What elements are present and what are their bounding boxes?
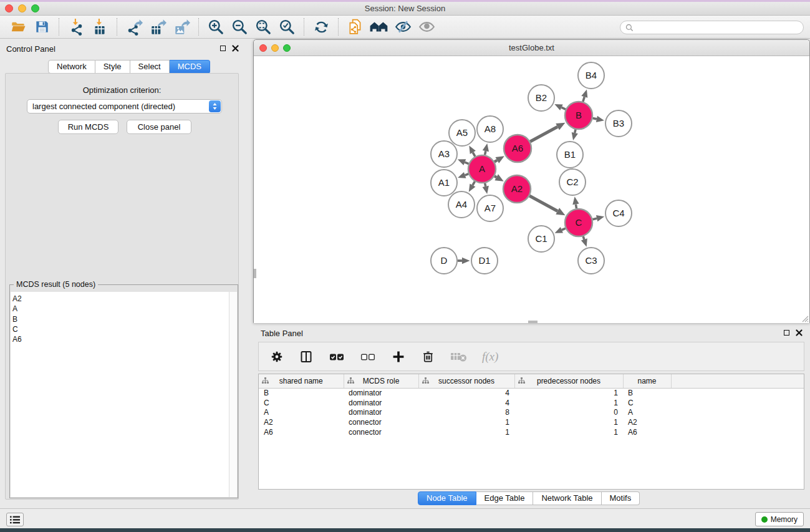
graph-edge-C-C2[interactable]	[576, 204, 576, 208]
table-cell[interactable]: 1	[418, 417, 514, 427]
maximize-window-button[interactable]	[31, 4, 39, 12]
table-cell[interactable]: 0	[514, 407, 623, 417]
hide-panels-button[interactable]	[391, 17, 415, 37]
tab-style[interactable]: Style	[95, 60, 130, 74]
graph-node-A1[interactable]: A1	[431, 170, 457, 196]
save-session-button[interactable]	[30, 17, 54, 37]
graph-node-A8[interactable]: A8	[477, 116, 503, 142]
tab-network-table[interactable]: Network Table	[533, 491, 601, 505]
tab-motifs[interactable]: Motifs	[602, 491, 640, 505]
graph-node-B1[interactable]: B1	[557, 142, 583, 168]
export-table-button[interactable]	[146, 17, 170, 37]
export-image-button[interactable]	[170, 17, 193, 37]
graph-edge-B-B2[interactable]	[561, 107, 566, 109]
run-mcds-button[interactable]: Run MCDS	[58, 120, 118, 134]
gear-icon[interactable]	[270, 350, 284, 364]
graph-edge-A-A2[interactable]	[494, 176, 496, 177]
result-item[interactable]: C	[12, 324, 229, 334]
close-panel-button[interactable]: Close panel	[127, 120, 191, 134]
table-cell[interactable]: 1	[514, 398, 623, 408]
table-cell[interactable]: 4	[418, 398, 514, 408]
graph-node-A5[interactable]: A5	[449, 120, 475, 146]
graph-edge-A2-C[interactable]	[529, 196, 557, 211]
table-cell[interactable]: connector	[344, 427, 418, 437]
graph-edge-C-C3[interactable]	[583, 236, 584, 239]
graph-node-D[interactable]: D	[431, 248, 457, 274]
table-cell[interactable]: C	[623, 398, 671, 408]
network-maximize-button[interactable]	[283, 44, 291, 52]
tab-edge-table[interactable]: Edge Table	[476, 491, 534, 505]
column-header-MCDS-role[interactable]: MCDS role	[344, 374, 418, 388]
select-all-icon[interactable]	[329, 349, 345, 364]
clone-network-button[interactable]	[344, 17, 367, 37]
column-header-shared-name[interactable]: shared name	[259, 374, 344, 388]
graph-node-B[interactable]: B	[565, 102, 592, 129]
graph-node-A3[interactable]: A3	[431, 141, 457, 167]
deselect-all-icon[interactable]	[360, 349, 376, 364]
add-column-icon[interactable]	[391, 349, 406, 364]
graph-edge-C-C1[interactable]	[562, 228, 566, 230]
table-cell[interactable]: 1	[514, 388, 623, 398]
graph-node-A6[interactable]: A6	[504, 135, 531, 162]
table-row[interactable]: A6connector11A6	[259, 427, 804, 437]
graph-node-A2[interactable]: A2	[503, 175, 531, 203]
delete-column-icon[interactable]	[421, 349, 435, 364]
result-scrollbar[interactable]	[229, 292, 237, 497]
graph-node-D1[interactable]: D1	[471, 248, 498, 274]
table-row[interactable]: Bdominator41B	[259, 388, 804, 398]
result-item[interactable]: A2	[12, 294, 229, 304]
graph-node-C[interactable]: C	[565, 209, 592, 236]
graph-edge-C-C4[interactable]	[592, 218, 597, 220]
zoom-out-button[interactable]	[228, 17, 251, 37]
function-builder-icon[interactable]: f(x)	[482, 350, 498, 364]
table-cell[interactable]: A2	[259, 417, 344, 427]
result-item[interactable]: A6	[12, 334, 229, 344]
close-panel-icon[interactable]	[232, 45, 239, 52]
graph-node-C1[interactable]: C1	[528, 226, 554, 252]
graph-edge-B-B1[interactable]	[575, 129, 576, 133]
graph-edge-A-A6[interactable]	[494, 160, 497, 162]
result-item[interactable]: B	[12, 314, 229, 324]
graph-edge-A-A4[interactable]	[473, 181, 475, 185]
column-header-predecessor-nodes[interactable]: predecessor nodes	[514, 374, 623, 388]
graph-edge-A-A8[interactable]	[485, 151, 486, 155]
search-input[interactable]	[637, 23, 798, 32]
optimization-criterion-select[interactable]: largest connected component (directed)	[27, 99, 222, 114]
home-button[interactable]	[367, 17, 391, 37]
task-history-button[interactable]	[6, 513, 24, 526]
import-table-button[interactable]	[88, 17, 112, 37]
graph-node-C3[interactable]: C3	[578, 248, 604, 274]
table-cell[interactable]: 1	[418, 427, 514, 437]
zoom-selected-button[interactable]	[275, 17, 299, 37]
tab-mcds[interactable]: MCDS	[170, 60, 210, 74]
graph-edge-A-A5[interactable]	[473, 152, 475, 156]
refresh-button[interactable]	[309, 17, 333, 37]
export-network-button[interactable]	[122, 17, 146, 37]
table-cell[interactable]: A	[623, 407, 671, 417]
result-item[interactable]: A	[12, 304, 229, 314]
resize-grip-icon[interactable]	[800, 314, 809, 322]
zoom-fit-button[interactable]	[251, 17, 275, 37]
network-graph[interactable]: AA1A2A3A4A5A6A7A8BB1B2B3B4CC1C2C3C4DD1	[254, 56, 809, 323]
table-cell[interactable]: dominator	[344, 407, 418, 417]
table-cell[interactable]: connector	[344, 417, 418, 427]
column-header-successor-nodes[interactable]: successor nodes	[418, 374, 514, 388]
table-cell[interactable]: 1	[514, 417, 623, 427]
table-row[interactable]: Cdominator41C	[259, 398, 804, 408]
zoom-in-button[interactable]	[204, 17, 228, 37]
column-icon[interactable]	[299, 349, 314, 364]
network-close-button[interactable]	[259, 44, 267, 52]
table-row[interactable]: Adominator80A	[259, 407, 804, 417]
graph-node-B4[interactable]: B4	[578, 62, 604, 89]
tab-node-table[interactable]: Node Table	[418, 491, 476, 505]
table-cell[interactable]: B	[259, 388, 344, 398]
graph-edge-B-B4[interactable]	[583, 97, 584, 102]
graph-node-A[interactable]: A	[468, 155, 496, 183]
minimize-window-button[interactable]	[18, 4, 26, 12]
import-network-button[interactable]	[64, 17, 88, 37]
graph-node-C2[interactable]: C2	[559, 169, 586, 195]
table-cell[interactable]: A2	[623, 417, 671, 427]
network-canvas[interactable]: AA1A2A3A4A5A6A7A8BB1B2B3B4CC1C2C3C4DD1	[254, 56, 809, 323]
graph-edge-A6-B[interactable]	[530, 127, 557, 142]
table-cell[interactable]: B	[623, 388, 671, 398]
